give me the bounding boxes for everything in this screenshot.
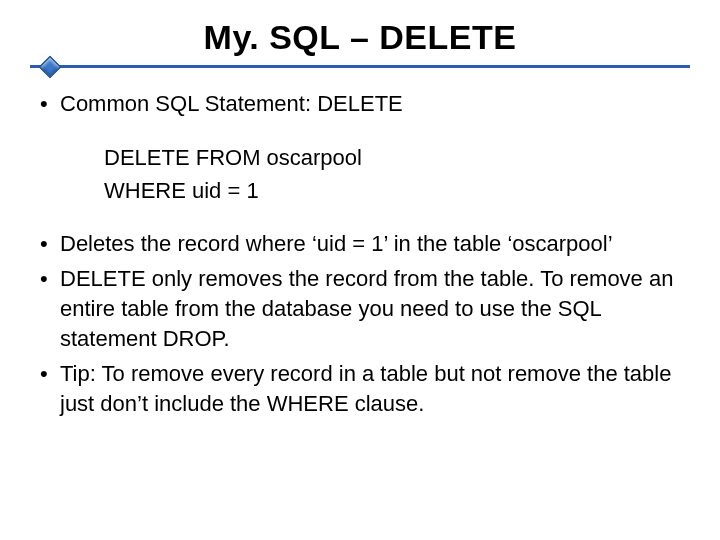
bullet-list: Deletes the record where ‘uid = 1’ in th… <box>30 229 690 419</box>
bullet-text: Deletes the record where ‘uid = 1’ in th… <box>60 231 613 256</box>
bullet-list: Common SQL Statement: DELETE <box>30 89 690 119</box>
slide-title: My. SQL – DELETE <box>30 18 690 57</box>
code-line: WHERE uid = 1 <box>104 174 690 207</box>
list-item: Tip: To remove every record in a table b… <box>36 359 690 418</box>
code-block: DELETE FROM oscarpool WHERE uid = 1 <box>104 141 690 207</box>
bullet-text: Tip: To remove every record in a table b… <box>60 361 671 416</box>
list-item: DELETE only removes the record from the … <box>36 264 690 353</box>
diamond-icon <box>39 56 62 79</box>
slide: My. SQL – DELETE Common SQL Statement: D… <box>0 0 720 540</box>
bullet-text: Common SQL Statement: DELETE <box>60 91 403 116</box>
rule-line <box>30 65 690 68</box>
list-item: Deletes the record where ‘uid = 1’ in th… <box>36 229 690 259</box>
bullet-text: DELETE only removes the record from the … <box>60 266 673 350</box>
code-line: DELETE FROM oscarpool <box>104 141 690 174</box>
title-rule <box>30 59 690 73</box>
list-item: Common SQL Statement: DELETE <box>36 89 690 119</box>
